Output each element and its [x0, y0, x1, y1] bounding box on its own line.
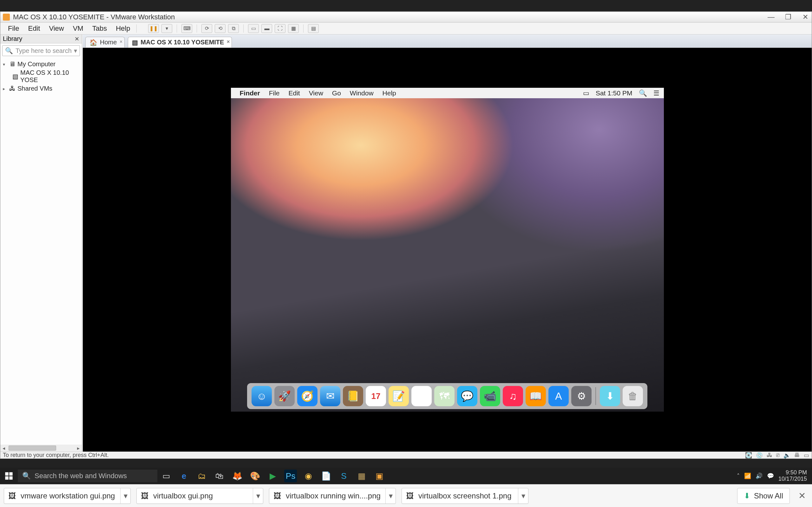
- mac-menu-help[interactable]: Help: [378, 89, 401, 97]
- mac-menu-edit[interactable]: Edit: [284, 89, 305, 97]
- download-chip-menu-button[interactable]: ▾: [253, 488, 263, 504]
- library-scrollbar[interactable]: ◂ ▸: [0, 445, 82, 452]
- snapshot-revert-button[interactable]: ⟲: [215, 24, 225, 33]
- dock-maps-icon[interactable]: 🗺: [434, 386, 455, 406]
- dock-launchpad-icon[interactable]: 🚀: [274, 386, 295, 406]
- power-menu-button[interactable]: ▾: [161, 24, 172, 33]
- device-usb-icon[interactable]: ⎚: [776, 452, 780, 459]
- snapshot-manager-button[interactable]: ⧉: [228, 24, 239, 33]
- dock-facetime-icon[interactable]: 📹: [480, 386, 500, 406]
- volume-icon[interactable]: 🔊: [756, 472, 763, 480]
- taskbar-file-explorer-icon[interactable]: 🗂: [193, 468, 211, 484]
- taskbar-store-icon[interactable]: 🛍: [211, 468, 229, 484]
- download-chip[interactable]: 🖼virtualbox gui.png▾: [136, 488, 263, 504]
- mac-menu-file[interactable]: File: [264, 89, 284, 97]
- taskbar-skype-icon[interactable]: S: [335, 468, 353, 484]
- taskbar-photoshop-icon[interactable]: Ps: [284, 469, 297, 482]
- taskbar-edge-icon[interactable]: e: [175, 468, 193, 484]
- tray-chevron-icon[interactable]: ˄: [737, 472, 740, 480]
- dock-reminders-icon[interactable]: ☑: [411, 386, 432, 406]
- tab-vm-yosemite[interactable]: ▧ MAC OS X 10.10 YOSEMITE ×: [128, 37, 232, 48]
- display-icon[interactable]: ▭: [583, 89, 589, 97]
- tree-my-computer[interactable]: ▾ 🖥 My Computer: [2, 60, 81, 68]
- download-bar-close-button[interactable]: ✕: [796, 491, 808, 501]
- taskbar-app12-icon[interactable]: ▦: [353, 468, 370, 484]
- download-chip-menu-button[interactable]: ▾: [386, 488, 396, 504]
- vm-console-view[interactable]: Finder File Edit View Go Window Help ▭ S…: [83, 48, 812, 452]
- library-close-button[interactable]: ✕: [74, 36, 79, 43]
- maximize-button[interactable]: ❐: [784, 13, 792, 21]
- library-search-dropdown[interactable]: ▾: [74, 47, 77, 55]
- device-printer-icon[interactable]: 🖶: [794, 452, 800, 459]
- tray-clock[interactable]: 9:50 PM 10/17/2015: [778, 469, 807, 482]
- dock-trash-icon[interactable]: 🗑: [623, 386, 643, 406]
- taskbar-vmware-icon[interactable]: ▣: [370, 468, 388, 484]
- taskbar-chrome-icon[interactable]: ◉: [299, 468, 317, 484]
- show-all-downloads-button[interactable]: ⬇ Show All: [737, 488, 790, 504]
- taskbar-media-icon[interactable]: ▶: [264, 468, 282, 484]
- library-search[interactable]: 🔍 Type here to search ▾: [2, 45, 80, 56]
- mac-desktop[interactable]: [231, 98, 664, 412]
- view-fullscreen-button[interactable]: ⛶: [275, 24, 286, 33]
- view-unity-button[interactable]: ▬: [261, 24, 272, 33]
- snapshot-take-button[interactable]: ⟳: [201, 24, 212, 33]
- device-cd-icon[interactable]: 💿: [756, 452, 763, 459]
- tab-close-button[interactable]: ×: [227, 39, 230, 45]
- device-hdd-icon[interactable]: 💽: [745, 452, 752, 459]
- download-chip[interactable]: 🖼virtualbox running win....png▾: [269, 488, 396, 504]
- notifications-icon[interactable]: 💬: [767, 472, 774, 480]
- dock-appstore-icon[interactable]: A: [548, 386, 569, 406]
- dock-contacts-icon[interactable]: 📒: [343, 386, 363, 406]
- power-pause-button[interactable]: ❚❚: [148, 24, 159, 33]
- taskbar-notepad-icon[interactable]: 📄: [317, 468, 335, 484]
- download-chip[interactable]: 🖼vmware workstation gui.png▾: [4, 488, 131, 504]
- scroll-left-button[interactable]: ◂: [0, 445, 7, 451]
- dock-downloads-icon[interactable]: ⬇: [600, 386, 620, 406]
- download-chip-menu-button[interactable]: ▾: [120, 488, 131, 504]
- mac-menu-go[interactable]: Go: [328, 89, 345, 97]
- mac-guest-screen[interactable]: Finder File Edit View Go Window Help ▭ S…: [231, 88, 664, 412]
- tab-close-button[interactable]: ×: [119, 39, 122, 45]
- notification-center-icon[interactable]: ☰: [653, 89, 659, 97]
- spotlight-icon[interactable]: 🔍: [639, 89, 647, 97]
- dock-calendar-icon[interactable]: 17: [366, 386, 386, 406]
- scroll-thumb[interactable]: [9, 446, 56, 451]
- menu-help[interactable]: Help: [111, 24, 135, 33]
- menu-view[interactable]: View: [44, 24, 68, 33]
- wifi-icon[interactable]: 📶: [744, 472, 751, 480]
- windows-search-box[interactable]: 🔍 Search the web and Windows: [18, 469, 157, 482]
- vmware-titlebar[interactable]: MAC OS X 10.10 YOSEMITE - VMware Worksta…: [0, 12, 812, 22]
- dock-messages-icon[interactable]: 💬: [457, 386, 477, 406]
- view-library-button[interactable]: ▤: [308, 24, 319, 33]
- view-multimon-button[interactable]: ▦: [288, 24, 299, 33]
- mac-clock[interactable]: Sat 1:50 PM: [596, 89, 632, 97]
- dock-preferences-icon[interactable]: ⚙: [571, 386, 592, 406]
- mac-menu-finder[interactable]: Finder: [235, 89, 264, 97]
- download-chip[interactable]: 🖼virtualbox screenshot 1.png▾: [402, 488, 528, 504]
- menu-tabs[interactable]: Tabs: [88, 24, 111, 33]
- menu-edit[interactable]: Edit: [23, 24, 44, 33]
- tree-shared-vms[interactable]: ▸ 🖧 Shared VMs: [2, 84, 81, 93]
- view-console-button[interactable]: ▭: [248, 24, 259, 33]
- menu-vm[interactable]: VM: [68, 24, 88, 33]
- download-chip-menu-button[interactable]: ▾: [518, 488, 528, 504]
- mac-menu-window[interactable]: Window: [345, 89, 378, 97]
- device-net-icon[interactable]: 🖧: [767, 452, 772, 459]
- caret-icon[interactable]: ▸: [3, 86, 7, 91]
- caret-icon[interactable]: ▾: [3, 62, 7, 67]
- dock-itunes-icon[interactable]: ♫: [503, 386, 523, 406]
- menu-file[interactable]: File: [3, 24, 23, 33]
- mac-menu-view[interactable]: View: [305, 89, 328, 97]
- start-button[interactable]: [0, 468, 18, 484]
- minimize-button[interactable]: —: [767, 13, 775, 21]
- tab-home[interactable]: 🏠 Home ×: [85, 37, 125, 48]
- send-ctrlaltdel-button[interactable]: ⌨: [182, 24, 192, 33]
- dock-mail-icon[interactable]: ✉: [320, 386, 340, 406]
- scroll-right-button[interactable]: ▸: [75, 445, 82, 451]
- dock-notes-icon[interactable]: 📝: [389, 386, 409, 406]
- device-sound-icon[interactable]: 🔈: [783, 452, 791, 459]
- taskbar-paint-icon[interactable]: 🎨: [246, 468, 264, 484]
- dock-finder-icon[interactable]: ☺: [252, 386, 272, 406]
- taskbar-firefox-icon[interactable]: 🦊: [229, 468, 246, 484]
- taskbar-task-view-icon[interactable]: ▭: [157, 468, 175, 484]
